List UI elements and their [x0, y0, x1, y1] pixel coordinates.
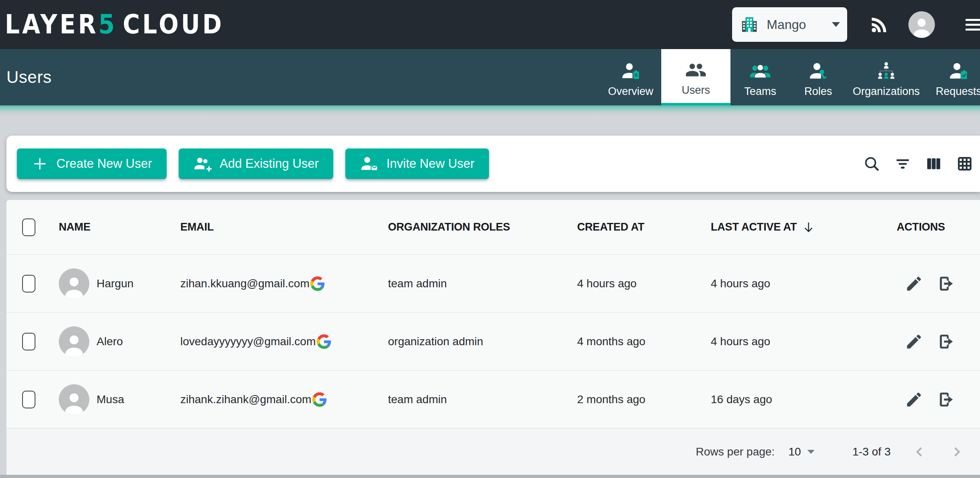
logo-word1: LAYER	[5, 9, 99, 40]
user-name: Alero	[97, 335, 123, 348]
person-icon	[61, 272, 87, 299]
people-icon	[685, 58, 707, 82]
columns-icon[interactable]	[925, 155, 943, 173]
table-row[interactable]: Musa zihank.zihank@gmail.com team admin …	[6, 370, 980, 428]
tab-overview[interactable]: Overview	[600, 49, 661, 105]
table-row[interactable]: Alero lovedayyyyyyy@gmail.com organizati…	[6, 312, 980, 370]
user-email-cell: lovedayyyyyyy@gmail.com	[174, 334, 382, 349]
add-existing-user-button[interactable]: Add Existing User	[179, 148, 333, 179]
person-invite-icon	[360, 155, 378, 173]
created-at-cell: 4 hours ago	[571, 277, 704, 290]
building-icon	[740, 15, 759, 34]
col-header-created-at[interactable]: CREATED AT	[571, 221, 704, 233]
next-page-button[interactable]	[949, 444, 965, 460]
user-email-cell: zihank.zihank@gmail.com	[174, 392, 382, 407]
tab-roles[interactable]: Roles	[790, 49, 846, 105]
table-header-row: NAME EMAIL ORGANIZATION ROLES CREATED AT…	[6, 200, 980, 254]
google-icon	[317, 334, 331, 349]
avatar	[59, 268, 89, 299]
avatar	[59, 326, 89, 357]
row-checkbox[interactable]	[22, 275, 35, 293]
person-icon	[910, 14, 933, 38]
logo-word2: CLOUD	[123, 9, 224, 40]
col-header-name[interactable]: NAME	[52, 221, 174, 233]
row-actions	[890, 332, 980, 351]
users-table: NAME EMAIL ORGANIZATION ROLES CREATED AT…	[6, 200, 980, 475]
last-active-cell: 4 hours ago	[704, 277, 890, 290]
remove-user-logout-icon[interactable]	[937, 274, 955, 293]
layer5-cloud-logo: LAYER5CLOUD	[5, 9, 224, 40]
col-header-last-active-at[interactable]: LAST ACTIVE AT	[704, 220, 890, 234]
org-switcher-value: Mango	[767, 17, 832, 32]
remove-user-logout-icon[interactable]	[937, 332, 955, 351]
person-badge-icon	[620, 59, 641, 84]
invite-new-user-button[interactable]: Invite New User	[345, 148, 489, 179]
rows-per-page-select[interactable]: 10	[788, 445, 815, 458]
row-checkbox[interactable]	[22, 391, 35, 408]
row-checkbox[interactable]	[22, 333, 35, 350]
avatar	[59, 384, 89, 415]
person-add-icon	[193, 155, 212, 173]
page-title: Users	[6, 68, 52, 87]
created-at-cell: 4 months ago	[571, 335, 704, 348]
chevron-down-icon	[832, 22, 840, 27]
tab-organizations[interactable]: Organizations	[846, 49, 926, 105]
plus-icon	[31, 155, 48, 172]
person-clipboard-check-icon	[948, 59, 969, 84]
google-icon	[312, 392, 327, 407]
user-avatar[interactable]	[908, 11, 935, 38]
header-actions: Mango	[732, 7, 980, 42]
sort-desc-arrow-icon[interactable]	[802, 220, 815, 234]
rss-feed-icon[interactable]	[870, 15, 889, 34]
app-header: LAYER5CLOUD Mango	[0, 0, 980, 49]
table-pagination: Rows per page: 10 1-3 of 3	[6, 428, 980, 475]
remove-user-logout-icon[interactable]	[937, 390, 955, 409]
last-active-cell: 16 days ago	[704, 393, 890, 406]
search-icon[interactable]	[863, 155, 881, 173]
org-switcher-select[interactable]: Mango	[732, 7, 847, 42]
tab-bar: Overview Users Teams	[600, 49, 980, 105]
edit-pencil-icon[interactable]	[905, 332, 923, 351]
groups-icon	[749, 59, 771, 84]
col-header-email[interactable]: EMAIL	[174, 221, 382, 233]
row-actions	[890, 274, 980, 293]
tab-users[interactable]: Users	[661, 49, 730, 105]
table-view-controls	[863, 155, 980, 173]
org-roles-cell: organization admin	[382, 335, 571, 348]
user-name: Musa	[97, 393, 124, 406]
tab-requests[interactable]: Requests	[926, 49, 980, 105]
table-row[interactable]: Hargun zihan.kkuang@gmail.com team admin…	[6, 254, 980, 312]
edit-pencil-icon[interactable]	[905, 274, 923, 293]
last-active-cell: 4 hours ago	[704, 335, 890, 348]
row-actions	[890, 390, 980, 409]
chevron-down-icon	[807, 450, 815, 454]
col-header-org-roles[interactable]: ORGANIZATION ROLES	[382, 221, 571, 233]
users-subnav: Users Overview Users	[0, 49, 980, 105]
previous-page-button[interactable]	[912, 444, 928, 460]
org-roles-cell: team admin	[382, 393, 571, 406]
person-icon	[61, 330, 87, 357]
org-tree-icon	[876, 59, 897, 84]
hamburger-menu-icon[interactable]	[966, 16, 980, 33]
person-key-icon	[808, 59, 829, 84]
person-icon	[61, 388, 87, 415]
filter-icon[interactable]	[894, 155, 912, 173]
user-email-cell: zihan.kkuang@gmail.com	[174, 276, 382, 291]
edit-pencil-icon[interactable]	[905, 390, 923, 409]
tab-teams[interactable]: Teams	[730, 49, 790, 105]
create-new-user-button[interactable]: Create New User	[17, 148, 167, 179]
logo-accent-5: 5	[99, 9, 117, 40]
nav-gradient-divider	[0, 105, 980, 116]
col-header-actions: ACTIONS	[890, 221, 980, 233]
table-toolbar: Create New User Add Existing User Invite…	[6, 136, 980, 192]
rows-per-page-label: Rows per page:	[696, 445, 775, 458]
grid-view-icon[interactable]	[956, 155, 974, 173]
user-name: Hargun	[97, 277, 134, 290]
bottom-scroll-strip	[0, 475, 980, 478]
created-at-cell: 2 months ago	[571, 393, 704, 406]
pagination-range: 1-3 of 3	[852, 445, 891, 458]
org-roles-cell: team admin	[382, 277, 571, 290]
select-all-checkbox[interactable]	[22, 218, 35, 236]
google-icon	[310, 276, 325, 291]
